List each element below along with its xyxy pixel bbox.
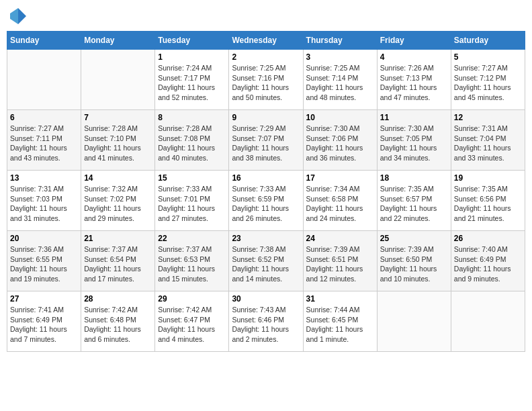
day-number: 29	[158, 294, 226, 304]
day-info: Sunrise: 7:35 AMSunset: 6:57 PMDaylight:…	[380, 184, 448, 224]
day-info: Sunrise: 7:27 AMSunset: 7:12 PMDaylight:…	[454, 63, 522, 103]
day-number: 2	[232, 52, 300, 62]
day-number: 22	[158, 234, 226, 243]
day-cell: 10Sunrise: 7:30 AMSunset: 7:06 PMDayligh…	[303, 110, 377, 171]
day-info: Sunrise: 7:40 AMSunset: 6:49 PMDaylight:…	[454, 244, 522, 284]
week-row-1: 6Sunrise: 7:27 AMSunset: 7:11 PMDaylight…	[7, 110, 525, 171]
calendar-body: 1Sunrise: 7:24 AMSunset: 7:17 PMDaylight…	[7, 50, 525, 352]
day-cell: 2Sunrise: 7:25 AMSunset: 7:16 PMDaylight…	[229, 50, 303, 110]
day-number: 24	[306, 234, 374, 243]
day-cell: 27Sunrise: 7:41 AMSunset: 6:49 PMDayligh…	[7, 291, 81, 352]
day-cell: 13Sunrise: 7:31 AMSunset: 7:03 PMDayligh…	[7, 171, 81, 231]
day-cell: 19Sunrise: 7:35 AMSunset: 6:56 PMDayligh…	[451, 171, 525, 231]
day-info: Sunrise: 7:39 AMSunset: 6:50 PMDaylight:…	[380, 244, 448, 284]
day-info: Sunrise: 7:41 AMSunset: 6:49 PMDaylight:…	[10, 305, 78, 345]
header-cell-saturday: Saturday	[451, 32, 525, 50]
day-number: 21	[84, 234, 152, 243]
header-cell-friday: Friday	[377, 32, 451, 50]
day-info: Sunrise: 7:28 AMSunset: 7:08 PMDaylight:…	[158, 124, 226, 163]
day-info: Sunrise: 7:34 AMSunset: 6:58 PMDaylight:…	[306, 184, 374, 224]
day-info: Sunrise: 7:28 AMSunset: 7:10 PMDaylight:…	[84, 124, 152, 163]
day-cell: 7Sunrise: 7:28 AMSunset: 7:10 PMDaylight…	[81, 110, 155, 171]
day-cell	[81, 50, 155, 110]
day-cell: 21Sunrise: 7:37 AMSunset: 6:54 PMDayligh…	[81, 231, 155, 291]
header-cell-wednesday: Wednesday	[229, 32, 303, 50]
day-number: 28	[84, 294, 152, 304]
week-row-4: 27Sunrise: 7:41 AMSunset: 6:49 PMDayligh…	[7, 291, 525, 352]
day-number: 12	[454, 113, 522, 122]
day-cell: 30Sunrise: 7:43 AMSunset: 6:46 PMDayligh…	[229, 291, 303, 352]
page-header	[7, 7, 525, 26]
day-cell: 11Sunrise: 7:30 AMSunset: 7:05 PMDayligh…	[377, 110, 451, 171]
day-info: Sunrise: 7:31 AMSunset: 7:03 PMDaylight:…	[10, 184, 78, 224]
day-number: 26	[454, 234, 522, 243]
day-number: 31	[306, 294, 374, 304]
day-cell: 1Sunrise: 7:24 AMSunset: 7:17 PMDaylight…	[155, 50, 229, 110]
header-cell-thursday: Thursday	[303, 32, 377, 50]
day-cell: 23Sunrise: 7:38 AMSunset: 6:52 PMDayligh…	[229, 231, 303, 291]
day-cell: 14Sunrise: 7:32 AMSunset: 7:02 PMDayligh…	[81, 171, 155, 231]
day-info: Sunrise: 7:32 AMSunset: 7:02 PMDaylight:…	[84, 184, 152, 224]
day-cell: 6Sunrise: 7:27 AMSunset: 7:11 PMDaylight…	[7, 110, 81, 171]
header-cell-monday: Monday	[81, 32, 155, 50]
day-info: Sunrise: 7:33 AMSunset: 7:01 PMDaylight:…	[158, 184, 226, 224]
day-info: Sunrise: 7:24 AMSunset: 7:17 PMDaylight:…	[158, 63, 226, 103]
day-number: 7	[84, 113, 152, 122]
day-number: 30	[232, 294, 300, 304]
day-info: Sunrise: 7:39 AMSunset: 6:51 PMDaylight:…	[306, 244, 374, 284]
day-cell: 15Sunrise: 7:33 AMSunset: 7:01 PMDayligh…	[155, 171, 229, 231]
day-cell: 28Sunrise: 7:42 AMSunset: 6:48 PMDayligh…	[81, 291, 155, 352]
day-number: 11	[380, 113, 448, 122]
day-number: 15	[158, 173, 226, 183]
day-info: Sunrise: 7:33 AMSunset: 6:59 PMDaylight:…	[232, 184, 300, 224]
day-number: 27	[10, 294, 78, 304]
day-number: 25	[380, 234, 448, 243]
day-cell: 8Sunrise: 7:28 AMSunset: 7:08 PMDaylight…	[155, 110, 229, 171]
day-number: 4	[380, 52, 448, 62]
day-cell: 9Sunrise: 7:29 AMSunset: 7:07 PMDaylight…	[229, 110, 303, 171]
day-info: Sunrise: 7:25 AMSunset: 7:16 PMDaylight:…	[232, 63, 300, 103]
day-cell: 18Sunrise: 7:35 AMSunset: 6:57 PMDayligh…	[377, 171, 451, 231]
day-cell	[451, 291, 525, 352]
day-info: Sunrise: 7:36 AMSunset: 6:55 PMDaylight:…	[10, 244, 78, 284]
day-cell: 25Sunrise: 7:39 AMSunset: 6:50 PMDayligh…	[377, 231, 451, 291]
logo	[7, 7, 28, 26]
day-cell: 20Sunrise: 7:36 AMSunset: 6:55 PMDayligh…	[7, 231, 81, 291]
day-info: Sunrise: 7:42 AMSunset: 6:48 PMDaylight:…	[84, 305, 152, 345]
calendar-table: SundayMondayTuesdayWednesdayThursdayFrid…	[7, 31, 525, 352]
day-number: 19	[454, 173, 522, 183]
day-info: Sunrise: 7:42 AMSunset: 6:47 PMDaylight:…	[158, 305, 226, 345]
logo-icon	[9, 7, 28, 26]
day-info: Sunrise: 7:25 AMSunset: 7:14 PMDaylight:…	[306, 63, 374, 103]
day-info: Sunrise: 7:27 AMSunset: 7:11 PMDaylight:…	[10, 124, 78, 163]
day-number: 3	[306, 52, 374, 62]
day-cell: 22Sunrise: 7:37 AMSunset: 6:53 PMDayligh…	[155, 231, 229, 291]
day-cell: 26Sunrise: 7:40 AMSunset: 6:49 PMDayligh…	[451, 231, 525, 291]
day-info: Sunrise: 7:43 AMSunset: 6:46 PMDaylight:…	[232, 305, 300, 345]
day-cell: 31Sunrise: 7:44 AMSunset: 6:45 PMDayligh…	[303, 291, 377, 352]
day-info: Sunrise: 7:37 AMSunset: 6:53 PMDaylight:…	[158, 244, 226, 284]
day-number: 14	[84, 173, 152, 183]
week-row-0: 1Sunrise: 7:24 AMSunset: 7:17 PMDaylight…	[7, 50, 525, 110]
calendar-header: SundayMondayTuesdayWednesdayThursdayFrid…	[7, 32, 525, 50]
day-number: 17	[306, 173, 374, 183]
header-cell-tuesday: Tuesday	[155, 32, 229, 50]
day-info: Sunrise: 7:38 AMSunset: 6:52 PMDaylight:…	[232, 244, 300, 284]
day-cell: 17Sunrise: 7:34 AMSunset: 6:58 PMDayligh…	[303, 171, 377, 231]
day-info: Sunrise: 7:30 AMSunset: 7:06 PMDaylight:…	[306, 124, 374, 163]
day-number: 16	[232, 173, 300, 183]
day-cell: 5Sunrise: 7:27 AMSunset: 7:12 PMDaylight…	[451, 50, 525, 110]
header-cell-sunday: Sunday	[7, 32, 81, 50]
day-number: 13	[10, 173, 78, 183]
day-cell: 24Sunrise: 7:39 AMSunset: 6:51 PMDayligh…	[303, 231, 377, 291]
day-cell: 12Sunrise: 7:31 AMSunset: 7:04 PMDayligh…	[451, 110, 525, 171]
day-cell: 4Sunrise: 7:26 AMSunset: 7:13 PMDaylight…	[377, 50, 451, 110]
day-info: Sunrise: 7:37 AMSunset: 6:54 PMDaylight:…	[84, 244, 152, 284]
day-info: Sunrise: 7:29 AMSunset: 7:07 PMDaylight:…	[232, 124, 300, 163]
day-info: Sunrise: 7:44 AMSunset: 6:45 PMDaylight:…	[306, 305, 374, 345]
day-cell: 16Sunrise: 7:33 AMSunset: 6:59 PMDayligh…	[229, 171, 303, 231]
day-number: 5	[454, 52, 522, 62]
day-info: Sunrise: 7:30 AMSunset: 7:05 PMDaylight:…	[380, 124, 448, 163]
svg-marker-0	[18, 8, 26, 24]
svg-marker-1	[10, 8, 18, 24]
